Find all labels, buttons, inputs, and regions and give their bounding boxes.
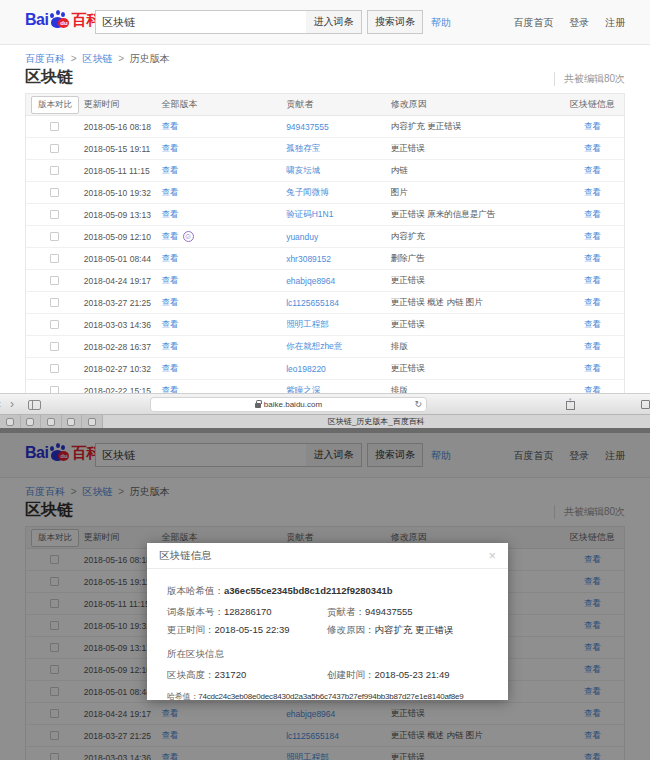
version-checkbox[interactable] <box>50 144 59 153</box>
reason-cell: 内容扩充 更正错误 <box>391 121 561 133</box>
version-hash-row: 版本哈希值：a36ec55ce2345bd8c1d2112f9280341b <box>167 585 488 598</box>
pinned-tab[interactable] <box>0 415 21 428</box>
version-checkbox[interactable] <box>50 364 59 373</box>
version-checkbox[interactable] <box>50 386 59 393</box>
view-blockchain-info-link[interactable]: 查看 <box>584 121 601 131</box>
contributor-link[interactable]: 啸亥坛城 <box>286 165 320 175</box>
help-link[interactable]: 帮助 <box>431 16 451 30</box>
contributor-link[interactable]: lc1125655184 <box>286 298 339 308</box>
version-checkbox[interactable] <box>50 210 59 219</box>
share-icon[interactable] <box>566 401 575 410</box>
homepage-link[interactable]: 百度首页 <box>513 17 553 28</box>
pinned-tab[interactable] <box>62 415 83 428</box>
view-version-link[interactable]: 查看 <box>162 209 179 221</box>
version-checkbox[interactable] <box>50 276 59 285</box>
baike-history-page-top: Bai du 百科 进入词条 搜索词条 帮助 百度首页 登录 注册 百度百科 >… <box>0 0 650 393</box>
view-blockchain-info-link[interactable]: 查看 <box>584 363 601 373</box>
close-icon[interactable]: × <box>488 549 496 562</box>
view-version-link[interactable]: 查看 <box>162 275 179 287</box>
version-checkbox[interactable] <box>50 320 59 329</box>
tab-overview-icon[interactable] <box>641 400 650 409</box>
view-version-link[interactable]: 查看 <box>162 121 179 133</box>
view-version-link[interactable]: 查看 <box>162 143 179 155</box>
table-row: 2018-02-28 16:37 查看 你在就想zhe意 排版 查看 <box>26 336 624 358</box>
forward-button[interactable]: › <box>10 397 14 411</box>
view-version-link[interactable]: 查看 <box>162 319 179 331</box>
update-time-cell: 2018-05-11 11:15 <box>84 166 162 176</box>
table-row: 2018-05-01 08:44 查看 xhr3089152 删除广告 查看 <box>26 248 624 270</box>
pinned-tab[interactable] <box>82 415 103 428</box>
browser-tab-bar: 区块链_历史版本_百度百科 <box>0 415 650 428</box>
reload-icon[interactable]: ↻ <box>414 399 422 409</box>
version-checkbox[interactable] <box>50 166 59 175</box>
compare-versions-button[interactable]: 版本对比 <box>31 96 79 114</box>
field-label: 词条版本号： <box>167 606 224 617</box>
modal-field-row: 更正时间：2018-05-15 22:39 修改原因：内容扩充 更正错误 <box>167 624 488 637</box>
view-blockchain-info-link[interactable]: 查看 <box>584 231 601 241</box>
contributor-link[interactable]: 照明工程部 <box>286 319 329 329</box>
contributor-link[interactable]: xhr3089152 <box>286 254 331 264</box>
contributor-link[interactable]: 你在就想zhe意 <box>286 341 342 351</box>
version-checkbox[interactable] <box>50 342 59 351</box>
table-row: 2018-04-24 19:17 查看 ehabjqe8964 更正错误 查看 <box>26 270 624 292</box>
contributor-link[interactable]: 949437555 <box>286 122 329 132</box>
update-time-cell: 2018-05-10 19:32 <box>84 188 162 198</box>
version-checkbox[interactable] <box>50 122 59 131</box>
field-value: 2018-05-23 21:49 <box>375 669 450 680</box>
breadcrumb-entry[interactable]: 区块链 <box>82 53 112 64</box>
contributor-link[interactable]: leo198220 <box>286 364 326 374</box>
pinned-tab-favicon <box>88 418 96 426</box>
back-button[interactable]: ‹ <box>0 397 1 411</box>
active-tab[interactable]: 区块链_历史版本_百度百科 <box>103 415 650 428</box>
view-blockchain-info-link[interactable]: 查看 <box>584 275 601 285</box>
sidebar-toggle-icon[interactable] <box>28 400 41 410</box>
enter-entry-button[interactable]: 进入词条 <box>306 10 362 34</box>
view-version-link[interactable]: 查看 <box>162 363 179 375</box>
view-version-link[interactable]: 查看 <box>162 187 179 199</box>
browser-toolbar: ‹ › baike.baidu.com ↻ <box>0 393 650 415</box>
breadcrumb-root[interactable]: 百度百科 <box>25 53 65 64</box>
col-header-reason: 修改原因 <box>391 98 561 111</box>
version-checkbox[interactable] <box>50 298 59 307</box>
view-version-link[interactable]: 查看 <box>162 297 179 309</box>
view-blockchain-info-link[interactable]: 查看 <box>584 143 601 153</box>
version-checkbox[interactable] <box>50 254 59 263</box>
view-version-link[interactable]: 查看 <box>162 341 179 353</box>
search-entry-button[interactable]: 搜索词条 <box>367 10 423 34</box>
reason-cell: 图片 <box>391 187 561 199</box>
contributor-link[interactable]: 紫瞳之深 <box>286 385 320 394</box>
baidu-baike-logo[interactable]: Bai du 百科 <box>25 10 101 30</box>
search-input[interactable] <box>95 10 307 34</box>
view-version-link[interactable]: 查看 <box>162 253 179 265</box>
modal-title: 区块链信息 <box>159 549 212 563</box>
login-link[interactable]: 登录 <box>569 17 589 28</box>
col-header-all-versions: 全部版本 <box>162 98 287 111</box>
contributor-link[interactable]: 孤独存宝 <box>286 143 320 153</box>
contributor-link[interactable]: yuanduy <box>286 232 318 242</box>
pinned-tab[interactable] <box>21 415 42 428</box>
breadcrumb: 百度百科 > 区块链 > 历史版本 <box>25 52 170 66</box>
view-blockchain-info-link[interactable]: 查看 <box>584 187 601 197</box>
table-row: 2018-05-15 19:11 查看 孤独存宝 更正错误 查看 <box>26 138 624 160</box>
view-blockchain-info-link[interactable]: 查看 <box>584 297 601 307</box>
view-blockchain-info-link[interactable]: 查看 <box>584 385 601 394</box>
address-bar[interactable]: baike.baidu.com ↻ <box>150 397 427 412</box>
view-blockchain-info-link[interactable]: 查看 <box>584 341 601 351</box>
contributor-link[interactable]: ehabjqe8964 <box>286 276 335 286</box>
pinned-tab-favicon <box>26 418 34 426</box>
view-version-link[interactable]: 查看 <box>162 231 179 243</box>
contributor-link[interactable]: 验证码H1N1 <box>286 209 333 219</box>
view-version-link[interactable]: 查看 <box>162 165 179 177</box>
view-blockchain-info-link[interactable]: 查看 <box>584 253 601 263</box>
pinned-tab[interactable] <box>41 415 62 428</box>
view-version-link[interactable]: 查看 <box>162 385 179 394</box>
version-checkbox[interactable] <box>50 188 59 197</box>
version-checkbox[interactable] <box>50 232 59 241</box>
block-hash-value: 74cdc24c3eb08e0dec8430d2a3a5b6c7437b27ef… <box>198 692 463 701</box>
contributor-link[interactable]: 兔子闻微博 <box>286 187 329 197</box>
reason-cell: 更正错误 <box>391 363 561 375</box>
register-link[interactable]: 注册 <box>605 17 625 28</box>
view-blockchain-info-link[interactable]: 查看 <box>584 319 601 329</box>
view-blockchain-info-link[interactable]: 查看 <box>584 165 601 175</box>
view-blockchain-info-link[interactable]: 查看 <box>584 209 601 219</box>
